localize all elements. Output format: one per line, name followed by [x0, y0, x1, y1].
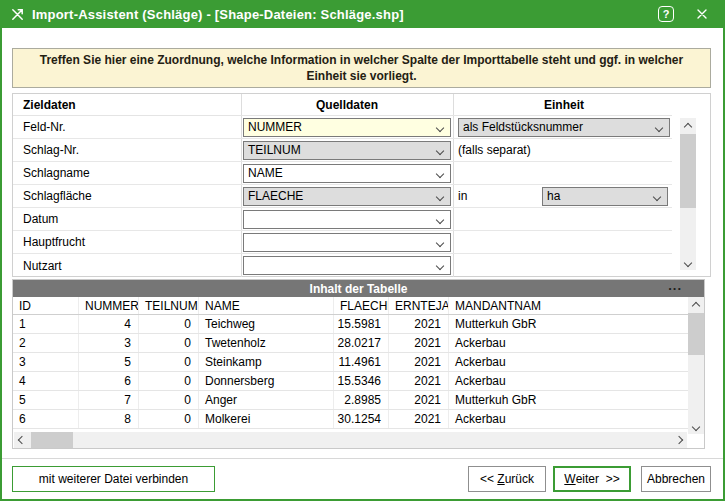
- titlebar: Import-Assistent (Schläge) - [Shape-Date…: [0, 0, 725, 28]
- table-row[interactable]: 1 4 0 Teichweg 15.5981 2021 Mutterkuh Gb…: [13, 315, 689, 334]
- chevron-down-icon: [436, 169, 444, 177]
- field-label: Nutzart: [23, 259, 62, 273]
- column-header[interactable]: TEILNUM: [139, 297, 199, 314]
- source-column-header: Quelldaten: [316, 98, 378, 112]
- scroll-left-button[interactable]: [14, 432, 30, 448]
- column-header[interactable]: FLAECHE: [334, 297, 389, 314]
- chevron-down-icon: [655, 123, 663, 131]
- table-horizontal-scrollbar[interactable]: [14, 432, 687, 448]
- scroll-down-button[interactable]: [688, 419, 704, 434]
- dialog-footer: mit weiterer Datei verbinden << Zurück W…: [2, 458, 723, 499]
- mapping-row-schlagnr: Schlag-Nr. TEILNUM (falls separat): [13, 139, 672, 162]
- table-header-row: ID NUMMER TEILNUM NAME FLAECHE ERNTEJAHR…: [13, 297, 689, 315]
- cancel-button[interactable]: Abbrechen: [641, 466, 711, 492]
- source-select-nutzart[interactable]: [243, 256, 451, 275]
- field-label: Hauptfrucht: [23, 235, 85, 249]
- unit-column-header: Einheit: [544, 98, 584, 112]
- scroll-down-button[interactable]: [680, 255, 696, 270]
- instruction-text: Treffen Sie hier eine Zuordnung, welche …: [27, 52, 696, 84]
- unit-select-feldnr[interactable]: als Feldstücksnummer: [458, 118, 670, 137]
- source-select-schlagflaeche[interactable]: FLAECHE: [243, 187, 451, 206]
- field-label: Schlag-Nr.: [23, 143, 79, 157]
- mapping-row-feldnr: Feld-Nr. NUMMER als Feldstücksnummer: [13, 116, 672, 139]
- chevron-up-icon: [684, 123, 692, 131]
- table-title-bar: Inhalt der Tabelle ...: [13, 280, 704, 297]
- chevron-down-icon: [436, 123, 444, 131]
- column-header[interactable]: NAME: [199, 297, 334, 314]
- chevron-down-icon: [653, 192, 661, 200]
- instruction-banner: Treffen Sie hier eine Zuordnung, welche …: [12, 48, 711, 88]
- app-icon: [10, 7, 25, 22]
- window-title: Import-Assistent (Schläge) - [Shape-Date…: [32, 7, 404, 22]
- mapping-panel: Zieldaten Quelldaten Einheit Feld-Nr. NU…: [12, 93, 711, 277]
- scrollbar-thumb[interactable]: [688, 313, 704, 355]
- unit-select-schlagflaeche[interactable]: ha: [542, 187, 668, 206]
- chevron-down-icon: [436, 262, 444, 270]
- chevron-down-icon: [692, 422, 700, 430]
- mapping-row-hauptfrucht: Hauptfrucht: [13, 231, 672, 254]
- scroll-up-button[interactable]: [688, 297, 704, 312]
- mapping-row-schlagflaeche: Schlagfläche FLAECHE inha: [13, 185, 672, 208]
- table-row[interactable]: 3 5 0 Steinkamp 11.4961 2021 Ackerbau: [13, 353, 689, 372]
- table-row[interactable]: 5 7 0 Anger 2.8985 2021 Mutterkuh GbR: [13, 391, 689, 410]
- close-button[interactable]: [695, 7, 709, 21]
- mapping-scrollbar[interactable]: [680, 118, 696, 270]
- mapping-row-datum: Datum: [13, 208, 672, 231]
- titlebar-controls: ?: [658, 6, 715, 22]
- chevron-down-icon: [436, 238, 444, 246]
- table-panel: Inhalt der Tabelle ... ID NUMMER TEILNUM…: [12, 279, 705, 449]
- unit-hint-text: (falls separat): [458, 143, 531, 157]
- help-button[interactable]: ?: [658, 6, 674, 22]
- table-row[interactable]: 6 8 0 Molkerei 30.1254 2021 Ackerbau: [13, 410, 689, 429]
- column-header[interactable]: NUMMER: [79, 297, 139, 314]
- dialog-content: Treffen Sie hier eine Zuordnung, welche …: [2, 28, 723, 499]
- chevron-left-icon: [18, 436, 26, 444]
- source-select-datum[interactable]: [243, 210, 451, 229]
- column-header[interactable]: ID: [13, 297, 79, 314]
- unit-prefix-text: in: [458, 189, 467, 203]
- mapping-row-nutzart: Nutzart: [13, 254, 672, 277]
- back-button[interactable]: << Zurück: [468, 466, 546, 492]
- scroll-right-button[interactable]: [671, 432, 687, 448]
- chevron-down-icon: [684, 258, 692, 266]
- scrollbar-thumb[interactable]: [680, 134, 696, 208]
- field-label: Datum: [23, 212, 58, 226]
- table-title: Inhalt der Tabelle: [310, 282, 408, 296]
- chevron-down-icon: [436, 146, 444, 154]
- chevron-right-icon: [675, 436, 683, 444]
- next-button[interactable]: Weiter >>: [553, 466, 631, 492]
- source-select-schlagname[interactable]: NAME: [243, 164, 451, 183]
- close-icon: [695, 7, 709, 21]
- column-header[interactable]: MANDANTNAM: [449, 297, 689, 314]
- field-label: Feld-Nr.: [23, 120, 66, 134]
- scroll-up-button[interactable]: [680, 118, 696, 133]
- source-select-feldnr[interactable]: NUMMER: [243, 118, 451, 137]
- scrollbar-thumb[interactable]: [31, 432, 73, 448]
- mapping-header-row: Zieldaten Quelldaten Einheit: [13, 94, 672, 116]
- connect-file-button[interactable]: mit weiterer Datei verbinden: [12, 466, 215, 492]
- source-select-schlagnr[interactable]: TEILNUM: [243, 141, 451, 160]
- table-options-button[interactable]: ...: [668, 278, 682, 293]
- table-row[interactable]: 2 3 0 Twetenholz 28.0217 2021 Ackerbau: [13, 334, 689, 353]
- mapping-row-schlagname: Schlagname NAME: [13, 162, 672, 185]
- column-header[interactable]: ERNTEJAHR: [389, 297, 449, 314]
- field-label: Schlagfläche: [23, 189, 92, 203]
- chevron-down-icon: [436, 192, 444, 200]
- table-vertical-scrollbar[interactable]: [688, 297, 704, 434]
- source-select-hauptfrucht[interactable]: [243, 233, 451, 252]
- help-icon: ?: [663, 8, 670, 20]
- table-row[interactable]: 4 6 0 Donnersberg 15.5346 2021 Ackerbau: [13, 372, 689, 391]
- target-column-header: Zieldaten: [23, 98, 76, 112]
- field-label: Schlagname: [23, 166, 90, 180]
- import-assistant-dialog: Import-Assistent (Schläge) - [Shape-Date…: [0, 0, 725, 501]
- chevron-down-icon: [436, 215, 444, 223]
- chevron-up-icon: [692, 302, 700, 310]
